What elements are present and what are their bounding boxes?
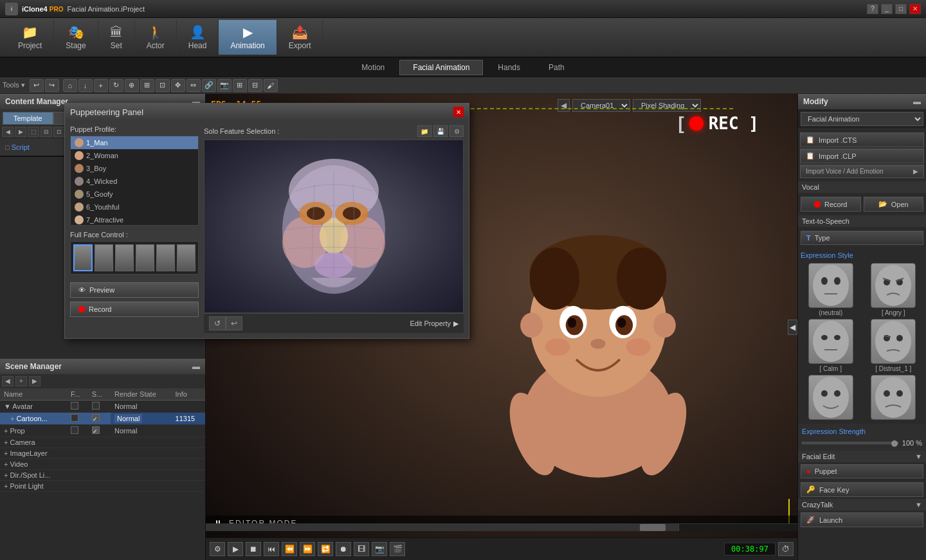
minimize-button[interactable]: _ xyxy=(881,4,893,14)
solo-btn-save[interactable]: 💾 xyxy=(433,125,448,137)
import-voice-button[interactable]: Import Voice / Add Emotion ▶ xyxy=(800,165,924,178)
add-button[interactable]: + xyxy=(94,79,108,92)
puppet-item-3boy[interactable]: 3_Boy xyxy=(71,162,198,175)
reset-face-btn[interactable]: ↩ xyxy=(226,316,242,330)
sub-nav-motion[interactable]: Motion xyxy=(348,60,398,75)
table-row[interactable]: + ImageLayer xyxy=(0,447,205,458)
face-mesh-view[interactable] xyxy=(204,140,464,313)
scrollbar-track[interactable] xyxy=(206,524,679,531)
import-clp-button[interactable]: 📋 Import .CLP xyxy=(800,149,924,163)
expr-6[interactable] xyxy=(864,375,924,421)
record-mode-button[interactable]: ⏺ xyxy=(336,542,351,556)
cartoon-s-check[interactable] xyxy=(92,414,100,422)
face-thumb-4[interactable] xyxy=(136,244,154,271)
nav-actor[interactable]: 🚶 Actor xyxy=(135,20,177,55)
expand-dirspot[interactable]: + xyxy=(4,471,8,479)
expand-camera[interactable]: + xyxy=(4,438,8,446)
sub-nav-path[interactable]: Path xyxy=(535,60,578,75)
time-settings-button[interactable]: ⏱ xyxy=(778,542,794,556)
tts-section-header[interactable]: Text-to-Speech xyxy=(798,215,926,227)
sm-collapse-button[interactable]: ▬ xyxy=(192,362,200,371)
sub-nav-hands[interactable]: Hands xyxy=(484,60,534,75)
puppet-profile-list[interactable]: 1_Man 2_Woman 3_Boy 4_Wicked 5_Goofy xyxy=(70,136,199,226)
undo-button[interactable]: ↩ xyxy=(30,79,44,92)
table-row[interactable]: + Cartoon... Normal 11315 xyxy=(0,412,205,424)
preview-button[interactable]: 👁 Preview xyxy=(70,282,199,298)
nav-stage[interactable]: 🎭 Stage xyxy=(54,20,98,55)
camera-tool[interactable]: 📷 xyxy=(217,79,232,92)
crazytalk-header[interactable]: CrazyTalk ▼ xyxy=(798,499,926,510)
type-button[interactable]: T Type xyxy=(801,231,923,245)
link-button[interactable]: 🔗 xyxy=(202,79,216,92)
prop-s-check[interactable] xyxy=(92,426,100,434)
camera-dropdown[interactable]: Camera01 xyxy=(572,99,630,112)
rp-collapse-btn[interactable]: ▬ xyxy=(913,97,921,106)
edit-property[interactable]: Edit Property ▶ xyxy=(410,320,458,328)
expand-cartoon[interactable]: + xyxy=(10,415,14,422)
expr-neutral[interactable]: (neutral) xyxy=(801,263,861,316)
face-thumb-5[interactable] xyxy=(156,244,175,271)
expr-distrust[interactable]: [ Distrust_1 ] xyxy=(864,319,924,372)
table-row[interactable]: + Camera xyxy=(0,437,205,447)
table-row[interactable]: + Video xyxy=(0,458,205,469)
scale-button[interactable]: ⇔ xyxy=(186,79,201,92)
puppet-item-1man[interactable]: 1_Man xyxy=(71,136,198,149)
solo-btn-folder[interactable]: 📁 xyxy=(417,125,431,137)
tool2[interactable]: ⊞ xyxy=(140,79,154,92)
record-button[interactable]: Record xyxy=(801,197,861,212)
expand-imagelayer[interactable]: + xyxy=(4,449,8,457)
cm-tool4[interactable]: ⊟ xyxy=(41,127,52,137)
cm-tool3[interactable]: ⬚ xyxy=(28,127,39,137)
expand-prop[interactable]: + xyxy=(4,427,8,435)
nav-export[interactable]: 📤 Export xyxy=(277,20,323,55)
launch-button[interactable]: 🚀 Launch xyxy=(801,512,923,527)
puppet-item-5goofy[interactable]: 5_Goofy xyxy=(71,188,198,201)
rotate-button[interactable]: ↻ xyxy=(109,79,123,92)
expr-strength-thumb[interactable] xyxy=(891,440,898,447)
expand-pointlight[interactable]: + xyxy=(4,482,8,490)
sub-nav-facial[interactable]: Facial Animation xyxy=(399,60,483,75)
open-button[interactable]: 📂 Open xyxy=(864,197,924,212)
face-thumb-2[interactable] xyxy=(95,244,113,271)
tool3[interactable]: ⊡ xyxy=(156,79,170,92)
table-row[interactable]: ▼ Avatar Normal xyxy=(0,400,205,412)
play-button[interactable]: ▶ xyxy=(228,542,243,556)
puppet-item-6youthful[interactable]: 6_Youthful xyxy=(71,201,198,213)
tool4[interactable]: ⊞ xyxy=(233,79,247,92)
puppet-item-7attractive[interactable]: 7_Attractive xyxy=(71,213,198,226)
import-cts-button[interactable]: 📋 Import .CTS xyxy=(800,132,924,147)
expr-angry[interactable]: [ Angry ] xyxy=(864,263,924,316)
prev-frame-button[interactable]: ⏮ xyxy=(264,542,279,556)
viewport-scrollbar[interactable] xyxy=(206,523,797,531)
avatar-s-check[interactable] xyxy=(92,402,100,410)
face-key-button[interactable]: 🔑 Face Key xyxy=(801,482,923,497)
face-thumb-3[interactable] xyxy=(115,244,134,271)
pp-close-button[interactable]: ✕ xyxy=(453,107,464,117)
nav-project[interactable]: 📁 Project xyxy=(6,20,54,55)
puppet-button[interactable]: ● Puppet xyxy=(801,464,923,478)
table-row[interactable]: + Point Light xyxy=(0,480,205,491)
help-button[interactable]: ? xyxy=(867,4,878,14)
stop-button[interactable]: ⏹ xyxy=(246,542,261,556)
settings-button[interactable]: ⚙ xyxy=(210,542,225,556)
face-thumb-1[interactable] xyxy=(73,244,93,271)
prop-f-check[interactable] xyxy=(71,426,78,434)
pb-extra1[interactable]: 🎞 xyxy=(354,542,369,556)
cm-tool1[interactable]: ◀ xyxy=(2,127,14,137)
shading-dropdown[interactable]: Pixel Shading xyxy=(633,99,701,112)
modify-dropdown[interactable]: Facial Animation xyxy=(801,112,923,126)
nav-head[interactable]: 👤 Head xyxy=(177,20,219,55)
paint-tool[interactable]: 🖌 xyxy=(264,79,278,92)
tool1[interactable]: ⊕ xyxy=(125,79,139,92)
cm-tab-template[interactable]: Template xyxy=(3,112,53,125)
pb-extra3[interactable]: 🎬 xyxy=(390,542,405,556)
sm-next-btn[interactable]: ▶ xyxy=(29,376,41,386)
viewport-collapse-btn[interactable]: ◀ xyxy=(788,320,797,335)
expr-strength-slider[interactable] xyxy=(802,442,898,444)
cm-tool2[interactable]: ▶ xyxy=(15,127,26,137)
expr-5[interactable] xyxy=(801,375,861,421)
expand-avatar[interactable]: ▼ xyxy=(4,402,11,410)
loop-button[interactable]: 🔁 xyxy=(318,542,333,556)
table-row[interactable]: + Prop Normal xyxy=(0,424,205,437)
pb-extra2[interactable]: 📷 xyxy=(372,542,387,556)
